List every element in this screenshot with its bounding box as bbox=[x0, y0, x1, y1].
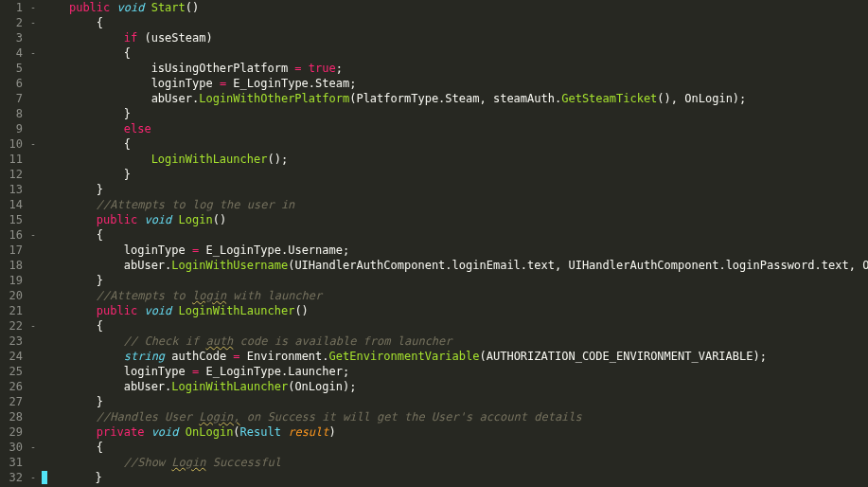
code-line[interactable]: abUser.LoginWithLauncher(OnLogin); bbox=[42, 379, 868, 394]
line-number[interactable]: 31 bbox=[4, 455, 23, 470]
code-line[interactable]: loginType = E_LoginType.Steam; bbox=[42, 76, 868, 91]
line-number[interactable]: 11 bbox=[4, 152, 23, 167]
code-line[interactable]: public void LoginWithLauncher() bbox=[42, 303, 868, 318]
code-line[interactable]: } bbox=[42, 182, 868, 197]
line-number[interactable]: 23 bbox=[4, 334, 23, 349]
code-line[interactable]: public void Start() bbox=[42, 0, 868, 15]
code-line[interactable]: public void Login() bbox=[42, 212, 868, 227]
line-number[interactable]: 6 bbox=[4, 76, 23, 91]
line-number[interactable]: 28 bbox=[4, 409, 23, 424]
line-number[interactable]: 13 bbox=[4, 182, 23, 197]
line-number[interactable]: 1 bbox=[4, 0, 23, 15]
code-line[interactable]: LoginWithLauncher(); bbox=[42, 152, 868, 167]
code-line[interactable]: abUser.LoginWithUsername(UIHandlerAuthCo… bbox=[42, 258, 868, 273]
code-line[interactable]: private void OnLogin(Result result) bbox=[42, 424, 868, 440]
code-line[interactable]: isUsingOtherPlatform = true; bbox=[42, 61, 868, 76]
code-line[interactable]: { bbox=[42, 440, 868, 455]
line-number[interactable]: 12 bbox=[4, 167, 23, 182]
code-line[interactable]: } bbox=[42, 167, 868, 182]
code-line[interactable]: { bbox=[42, 15, 868, 30]
line-number[interactable]: 20 bbox=[4, 288, 23, 303]
code-editor[interactable]: 1234567891011121314151617181920212223242… bbox=[0, 0, 868, 487]
code-line[interactable]: if (useSteam) bbox=[42, 30, 868, 45]
line-number[interactable]: 14 bbox=[4, 197, 23, 212]
line-number-gutter[interactable]: 1234567891011121314151617181920212223242… bbox=[0, 0, 30, 487]
code-line[interactable]: //Handles User Login, on Success it will… bbox=[42, 409, 868, 424]
line-number[interactable]: 21 bbox=[4, 303, 23, 318]
code-line[interactable]: { bbox=[42, 318, 868, 334]
line-number[interactable]: 10 bbox=[4, 136, 23, 152]
code-line[interactable]: { bbox=[42, 45, 868, 61]
line-number[interactable]: 2 bbox=[4, 15, 23, 30]
line-number[interactable]: 9 bbox=[4, 121, 23, 136]
code-area[interactable]: public void Start() { if (useSteam) { is… bbox=[36, 0, 868, 487]
code-line[interactable]: //Show Login Successful bbox=[42, 455, 868, 470]
code-line[interactable]: //Attempts to login with launcher bbox=[42, 288, 868, 303]
line-number[interactable]: 22 bbox=[4, 318, 23, 334]
code-line[interactable]: loginType = E_LoginType.Launcher; bbox=[42, 364, 868, 379]
line-number[interactable]: 17 bbox=[4, 243, 23, 258]
line-number[interactable]: 27 bbox=[4, 394, 23, 409]
line-number[interactable]: 3 bbox=[4, 30, 23, 45]
code-line[interactable]: } bbox=[42, 106, 868, 121]
line-number[interactable]: 5 bbox=[4, 61, 23, 76]
line-number[interactable]: 18 bbox=[4, 258, 23, 273]
line-number[interactable]: 26 bbox=[4, 379, 23, 394]
code-line[interactable]: // Check if auth code is available from … bbox=[42, 334, 868, 349]
code-line[interactable]: } bbox=[42, 394, 868, 409]
code-line[interactable]: //Attempts to log the user in bbox=[42, 197, 868, 212]
code-line[interactable]: } bbox=[42, 273, 868, 288]
line-number[interactable]: 25 bbox=[4, 364, 23, 379]
code-line[interactable]: else bbox=[42, 121, 868, 136]
line-number[interactable]: 24 bbox=[4, 349, 23, 364]
code-line[interactable]: { bbox=[42, 136, 868, 152]
code-line[interactable]: loginType = E_LoginType.Username; bbox=[42, 243, 868, 258]
code-line[interactable]: { bbox=[42, 227, 868, 243]
line-number[interactable]: 19 bbox=[4, 273, 23, 288]
line-number[interactable]: 30 bbox=[4, 440, 23, 455]
code-line[interactable]: } bbox=[42, 470, 868, 485]
line-number[interactable]: 7 bbox=[4, 91, 23, 106]
code-line[interactable]: abUser.LoginWithOtherPlatform(PlatformTy… bbox=[42, 91, 868, 106]
line-number[interactable]: 32 bbox=[4, 470, 23, 485]
line-number[interactable]: 29 bbox=[4, 424, 23, 440]
line-number[interactable]: 16 bbox=[4, 227, 23, 243]
line-number[interactable]: 4 bbox=[4, 45, 23, 61]
code-line[interactable]: string authCode = Environment.GetEnviron… bbox=[42, 349, 868, 364]
line-number[interactable]: 8 bbox=[4, 106, 23, 121]
line-number[interactable]: 15 bbox=[4, 212, 23, 227]
